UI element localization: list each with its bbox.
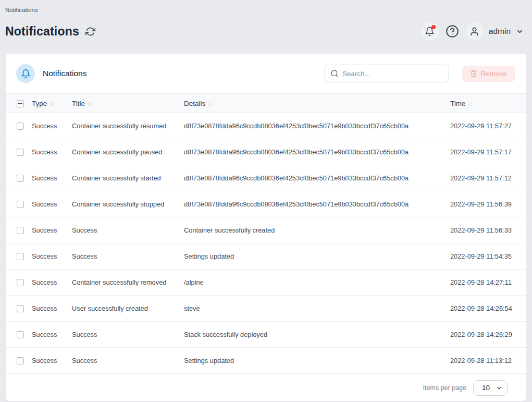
cell-type: Success: [32, 148, 57, 156]
cell-type: Success: [32, 174, 57, 182]
sort-icon: ↓↑: [50, 100, 54, 107]
help-circle-icon: [446, 25, 459, 38]
cell-details: Settings updated: [184, 357, 234, 364]
chevron-down-icon: [516, 28, 524, 35]
page: Notifications Notifications: [0, 0, 532, 401]
refresh-button[interactable]: [85, 27, 95, 36]
cell-details: d8f73e0878fdda96c9ccdb08036ef4253cf0bec5…: [184, 200, 409, 208]
table-row: Success Container successfully stopped d…: [6, 191, 526, 217]
cell-time: 2022-09-29 11:56:39: [450, 200, 512, 208]
search-input[interactable]: [325, 65, 449, 82]
cell-time: 2022-09-29 11:57:27: [450, 122, 512, 130]
title-row: Notifications: [0, 21, 532, 42]
table-body: Success Container successfully resumed d…: [6, 113, 526, 374]
refresh-icon: [85, 27, 95, 36]
items-per-page-select[interactable]: 10: [473, 380, 508, 396]
cell-type: Success: [32, 357, 57, 364]
unread-notification-dot: [431, 25, 436, 29]
cell-title: Container successfully started: [72, 174, 161, 182]
table-row: Success Success Container successfully c…: [6, 217, 526, 243]
help-button[interactable]: [446, 25, 459, 38]
notifications-bell-button[interactable]: [421, 22, 439, 40]
cell-time: 2022-09-29 11:57:12: [450, 174, 512, 182]
cell-type: Success: [32, 304, 57, 312]
remove-button-label: Remove: [481, 70, 507, 78]
cell-details: d8f73e0878fdda96c9ccdb08036ef4253cf0bec5…: [184, 148, 409, 156]
card-footer: Items per page 10: [6, 374, 526, 401]
row-checkbox[interactable]: [17, 305, 24, 312]
row-checkbox[interactable]: [17, 279, 24, 286]
card-title: Notifications: [43, 69, 86, 78]
breadcrumb[interactable]: Notifications: [5, 7, 38, 13]
cell-title: Success: [72, 252, 97, 260]
user-icon: [469, 27, 479, 36]
cell-details: Stack successfully deployed: [184, 331, 267, 338]
cell-type: Success: [32, 252, 57, 260]
cell-time: 2022-09-29 11:54:35: [450, 252, 512, 260]
cell-type: Success: [32, 331, 57, 338]
cell-title: User successfully created: [72, 304, 148, 312]
cell-details: /alpine: [184, 278, 204, 286]
items-per-page-select-wrap: 10: [473, 380, 508, 396]
username: admin: [489, 27, 511, 36]
cell-type: Success: [32, 200, 57, 208]
cell-details: steve: [184, 304, 200, 312]
cell-title: Success: [72, 331, 97, 338]
page-title: Notifications: [5, 25, 79, 39]
table-row: Success Container successfully started d…: [6, 165, 526, 191]
remove-button[interactable]: Remove: [462, 66, 515, 82]
breadcrumb-bar: Notifications: [0, 0, 532, 14]
row-checkbox[interactable]: [17, 331, 24, 338]
cell-title: Success: [72, 357, 97, 364]
row-checkbox[interactable]: [17, 201, 24, 208]
cell-details: Container successfully created: [184, 226, 275, 234]
column-header-type[interactable]: Type↓↑: [32, 94, 72, 113]
user-menu[interactable]: admin: [466, 22, 524, 40]
cell-title: Success: [72, 226, 97, 234]
column-header-details[interactable]: Details↓↑: [184, 94, 450, 113]
cell-time: 2022-09-29 11:57:17: [450, 148, 512, 156]
cell-time: 2022-09-29 11:56:33: [450, 226, 512, 234]
cell-details: d8f73e0878fdda96c9ccdb08036ef4253cf0bec5…: [184, 174, 409, 182]
items-per-page-label: Items per page: [423, 384, 466, 392]
cell-type: Success: [32, 226, 57, 234]
cell-title: Container successfully paused: [72, 148, 163, 156]
sort-icon: ↓↑: [208, 100, 212, 107]
row-checkbox[interactable]: [17, 253, 24, 260]
sort-icon: ↓↑: [88, 100, 92, 107]
column-header-title[interactable]: Title↓↑: [72, 94, 184, 113]
row-checkbox[interactable]: [17, 227, 24, 234]
table-row: Success Container successfully removed /…: [6, 270, 526, 296]
table-row: Success Success Settings updated 2022-09…: [6, 348, 526, 374]
sort-icon: ↓↑: [468, 100, 473, 107]
cell-time: 2022-09-28 14:26:29: [450, 331, 512, 338]
row-checkbox[interactable]: [17, 175, 24, 182]
row-checkbox[interactable]: [17, 357, 24, 364]
notifications-table: Type↓↑ Title↓↑ Details↓↑ Time↓↑ Success: [6, 93, 526, 374]
cell-time: 2022-09-28 14:27:11: [450, 278, 512, 286]
cell-type: Success: [32, 122, 57, 130]
table-row: Success Success Stack successfully deplo…: [6, 322, 526, 348]
cell-details: d8f73e0878fdda96c9ccdb08036ef4253cf0bec5…: [184, 122, 409, 130]
table-row: Success Container successfully paused d8…: [6, 139, 526, 165]
column-header-time[interactable]: Time↓↑: [450, 94, 526, 113]
search-box: [325, 65, 449, 82]
cell-title: Container successfully resumed: [72, 122, 166, 130]
row-checkbox[interactable]: [17, 123, 24, 130]
user-avatar: [466, 22, 484, 40]
cell-details: Settings updated: [184, 252, 234, 260]
card-header: Notifications Remove: [6, 54, 526, 93]
notifications-card: Notifications Remove: [5, 53, 527, 401]
cell-time: 2022-09-28 14:26:54: [450, 304, 512, 312]
row-checkbox[interactable]: [17, 149, 24, 156]
select-all-checkbox[interactable]: [17, 100, 24, 107]
table-row: Success Container successfully resumed d…: [6, 113, 526, 139]
card-bell-icon: [16, 64, 35, 83]
table-header-row: Type↓↑ Title↓↑ Details↓↑ Time↓↑: [6, 94, 526, 113]
trash-icon: [470, 70, 477, 77]
topbar-right: admin: [421, 22, 524, 40]
table-row: Success User successfully created steve …: [6, 296, 526, 322]
cell-time: 2022-09-28 11:13:12: [450, 357, 512, 364]
cell-title: Container successfully removed: [72, 278, 166, 286]
table-row: Success Success Settings updated 2022-09…: [6, 243, 526, 270]
